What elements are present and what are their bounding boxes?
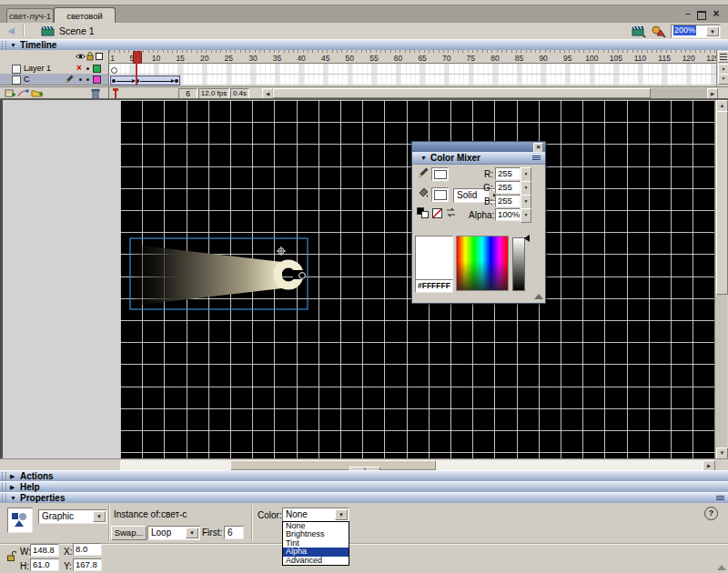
keyframe-dot[interactable]: [175, 79, 178, 83]
default-colors-icon[interactable]: [417, 207, 429, 217]
layer-visible-dot-icon[interactable]: [79, 78, 82, 81]
layer-name[interactable]: C: [24, 74, 30, 85]
frames-row-layer2[interactable]: [109, 75, 716, 85]
zoom-level-combobox[interactable]: 200% ▼: [671, 25, 721, 38]
channel-r-stepper[interactable]: ▼: [521, 167, 531, 182]
insert-layer-button[interactable]: [4, 88, 15, 98]
timeline-hscroll-thumb[interactable]: [273, 88, 651, 98]
show-hide-all-layers-icon[interactable]: [76, 53, 86, 60]
tab-document-1[interactable]: свет-луч-1: [6, 8, 54, 24]
ruler-frame-number: 115: [658, 54, 671, 63]
zoom-dropdown-arrow[interactable]: ▼: [706, 26, 719, 36]
color-mixer-header[interactable]: ▼ Color Mixer: [412, 152, 545, 165]
loop-dropdown-arrow[interactable]: ▼: [186, 528, 198, 538]
keyframe-dot[interactable]: [112, 79, 116, 83]
tween-span[interactable]: [110, 75, 180, 85]
layer-lock-dot-icon[interactable]: [86, 67, 89, 70]
first-frame-input[interactable]: 6: [224, 526, 244, 539]
playhead-line[interactable]: [136, 51, 137, 85]
panel-grip-icon[interactable]: [2, 494, 6, 502]
color-dropdown-list[interactable]: NoneBrightnessTintAlphaAdvanced: [282, 521, 349, 566]
color-mixer-panel[interactable]: × ▼ Color Mixer: [411, 141, 546, 304]
lock-all-layers-icon[interactable]: [86, 52, 94, 61]
stage-hscroll-thumb[interactable]: [230, 460, 436, 470]
channel-r-input[interactable]: 255: [495, 167, 521, 180]
width-input[interactable]: 148.8: [30, 544, 59, 557]
window-restore-button[interactable]: [697, 11, 706, 20]
color-style-dropdown[interactable]: None ▼: [282, 508, 349, 522]
properties-options-menu-icon[interactable]: [716, 495, 724, 502]
channel-b-stepper[interactable]: ▼: [521, 195, 531, 209]
layer-outline-color-swatch[interactable]: [93, 65, 101, 73]
stroke-color-pencil-icon[interactable]: [418, 167, 429, 178]
y-input[interactable]: 167.8: [73, 558, 102, 571]
color-mixer-titlebar[interactable]: ×: [412, 142, 545, 152]
back-arrow-icon[interactable]: ◀: [5, 25, 17, 37]
symbol-preview-thumbnail: [7, 508, 33, 533]
edit-symbols-icon[interactable]: [652, 25, 666, 37]
center-frame-button[interactable]: [112, 88, 119, 98]
swap-button[interactable]: Swap...: [111, 526, 147, 540]
layer-hidden-x-icon[interactable]: ×: [75, 63, 84, 74]
color-mixer-expand-corner-icon[interactable]: [534, 294, 543, 299]
frame-view-options-button[interactable]: [718, 51, 728, 63]
tween-arrow-line: [140, 81, 171, 82]
swap-colors-icon[interactable]: [445, 207, 457, 217]
stage-vscrollbar[interactable]: ▲ ▼: [714, 100, 727, 458]
fill-color-swatch[interactable]: [431, 187, 449, 202]
help-icon[interactable]: ?: [704, 507, 718, 520]
tab-document-2-active[interactable]: световой луч3*: [54, 7, 116, 24]
properties-separator-1: [108, 505, 110, 541]
channel-g-input[interactable]: 255: [495, 181, 521, 194]
edit-scene-icon[interactable]: [632, 25, 646, 37]
brightness-slider-handle-icon[interactable]: [524, 235, 530, 242]
color-mixer-options-menu-icon[interactable]: [532, 155, 541, 162]
stage-vscroll-thumb[interactable]: [716, 111, 728, 295]
x-input[interactable]: 8.0: [73, 543, 102, 556]
alpha-stepper[interactable]: ▼: [521, 208, 531, 223]
frames-area[interactable]: 1510152025303540455055606570758085909510…: [109, 50, 716, 86]
ruler-frame-number: 105: [610, 54, 622, 63]
scene-name-label[interactable]: Scene 1: [59, 23, 95, 39]
timeline-scroll-down-button[interactable]: ▼: [718, 74, 728, 85]
window-close-button[interactable]: ×: [711, 7, 722, 20]
fill-color-bucket-icon[interactable]: [417, 187, 430, 199]
panel-grip-icon[interactable]: [2, 472, 6, 480]
stroke-color-swatch[interactable]: [431, 167, 449, 181]
alpha-input[interactable]: 100%: [495, 208, 521, 221]
brightness-slider[interactable]: [512, 237, 525, 291]
layers-column: Layer 1 × C: [0, 50, 109, 86]
outline-all-layers-icon[interactable]: [96, 53, 103, 60]
color-option-advanced[interactable]: Advanced: [283, 557, 349, 565]
instance-of-label: Instance of:: [114, 509, 161, 519]
color-style-dropdown-arrow[interactable]: ▼: [335, 509, 348, 520]
layer-row-2-selected[interactable]: C: [0, 74, 108, 85]
panel-resize-corner-icon[interactable]: [717, 565, 726, 570]
hex-color-field[interactable]: #FFFFFF: [415, 279, 453, 293]
no-color-icon[interactable]: [432, 208, 442, 218]
empty-keyframe-marker[interactable]: [111, 67, 117, 74]
layer-name[interactable]: Layer 1: [24, 63, 51, 74]
layer-outline-color-swatch[interactable]: [93, 75, 101, 84]
frames-row-layer1[interactable]: [109, 64, 716, 75]
insert-layer-folder-button[interactable]: [31, 88, 43, 98]
channel-g-stepper[interactable]: ▼: [521, 181, 531, 196]
symbol-type-dropdown-arrow[interactable]: ▼: [93, 511, 106, 522]
channel-b-label: B:: [484, 196, 492, 206]
symbol-type-dropdown[interactable]: Graphic ▼: [38, 509, 107, 524]
panel-grip-icon[interactable]: [2, 483, 6, 491]
height-input[interactable]: 61.0: [30, 558, 59, 571]
close-glyph: ×: [536, 143, 541, 151]
edit-bar-separator: [23, 25, 25, 36]
color-picker-gradient[interactable]: [456, 236, 509, 291]
pasteboard[interactable]: [3, 100, 120, 458]
channel-b-input[interactable]: 255: [495, 195, 521, 207]
layer-lock-dot-icon[interactable]: [86, 78, 89, 81]
panel-grip-icon[interactable]: [2, 41, 6, 49]
ruler-frame-number: 50: [346, 54, 354, 63]
lock-aspect-ratio-icon[interactable]: [6, 550, 16, 562]
frame-ruler[interactable]: 1510152025303540455055606570758085909510…: [109, 50, 716, 64]
loop-dropdown[interactable]: Loop ▼: [147, 526, 200, 540]
window-minimize-button[interactable]: −: [682, 7, 693, 20]
add-motion-guide-button[interactable]: [17, 88, 29, 98]
